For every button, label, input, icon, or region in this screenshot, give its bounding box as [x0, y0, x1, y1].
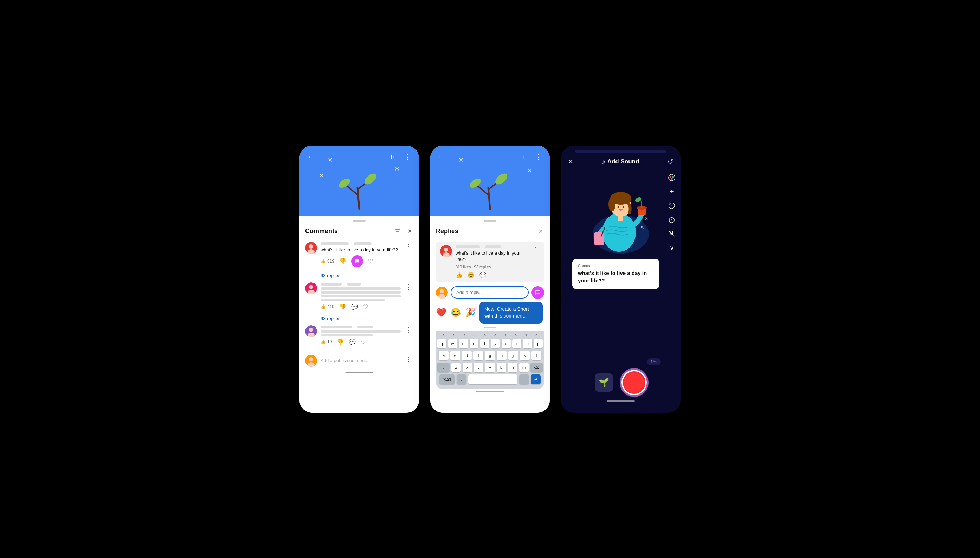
- close-replies-button[interactable]: ✕: [537, 226, 544, 236]
- filter-button[interactable]: [393, 226, 403, 236]
- sheet-handle: [353, 220, 365, 222]
- key-space[interactable]: [468, 374, 518, 384]
- camera-button-2[interactable]: ⊡: [520, 151, 528, 162]
- key-b[interactable]: b: [497, 363, 506, 373]
- status-bar-3: [575, 150, 667, 153]
- key-m[interactable]: m: [519, 363, 529, 373]
- key-n[interactable]: n: [508, 363, 518, 373]
- key-d[interactable]: d: [462, 351, 472, 360]
- key-comma[interactable]: ,: [457, 374, 467, 384]
- key-backspace[interactable]: ⌫: [531, 363, 543, 373]
- key-h[interactable]: h: [497, 351, 506, 360]
- add-sound-label: Add Sound: [607, 158, 639, 165]
- key-a[interactable]: a: [439, 351, 449, 360]
- key-enter[interactable]: ↵: [531, 374, 541, 384]
- record-button[interactable]: [621, 370, 647, 395]
- dislike-icon-1: 👎: [339, 258, 346, 264]
- key-y[interactable]: y: [491, 339, 500, 348]
- more-button[interactable]: ⋮: [403, 151, 413, 162]
- key-z[interactable]: z: [451, 363, 461, 373]
- svg-point-26: [444, 248, 448, 252]
- add-comment-more[interactable]: ⋮: [404, 356, 413, 363]
- key-shift[interactable]: ⇧: [437, 363, 449, 373]
- more-button-2[interactable]: ⋮: [534, 151, 543, 162]
- key-v[interactable]: v: [485, 363, 495, 373]
- thumbnail-button[interactable]: 🌱: [595, 373, 613, 392]
- add-comment-bar: Add a public comment... ⋮: [305, 351, 413, 368]
- emoji-heart[interactable]: ❤️: [436, 308, 446, 317]
- key-sym[interactable]: ?123: [439, 374, 455, 384]
- orig-emoji-icon: 😊: [467, 272, 475, 279]
- home-indicator-3: [607, 400, 635, 402]
- avatar-3: [305, 325, 317, 337]
- key-o[interactable]: o: [523, 339, 532, 348]
- key-f[interactable]: f: [474, 351, 483, 360]
- key-w[interactable]: w: [448, 339, 457, 348]
- key-k[interactable]: k: [520, 351, 530, 360]
- svg-line-0: [357, 188, 359, 209]
- heart-icon-3: ♡: [361, 339, 365, 345]
- key-t[interactable]: t: [480, 339, 489, 348]
- replies-link-1[interactable]: 93 replies: [321, 273, 413, 278]
- keyboard-row-1: q w e r t y u i o p: [437, 339, 543, 348]
- svg-line-1: [347, 186, 357, 195]
- emoji-laugh[interactable]: 😂: [451, 308, 461, 317]
- record-area: 🌱: [595, 370, 647, 395]
- username-bar-2: [321, 283, 342, 286]
- comment-actions-3: 👍 19 👎 💬 ♡: [321, 339, 401, 345]
- original-comment-content: · what's it like to live a day in your l…: [456, 245, 527, 279]
- replies-sheet: Replies ✕ · what's it like to live a day…: [430, 216, 550, 413]
- like-group-3: 👍 19: [321, 339, 332, 344]
- reply-bubble-1[interactable]: [351, 255, 363, 267]
- replies-link-2[interactable]: 93 replies: [321, 316, 413, 321]
- key-x[interactable]: x: [462, 363, 472, 373]
- orig-username-bar: [456, 245, 480, 248]
- key-e[interactable]: e: [459, 339, 468, 348]
- heart-icon-1: ♡: [368, 258, 373, 264]
- key-s[interactable]: s: [450, 351, 460, 360]
- like-icon-3: 👍: [321, 339, 326, 344]
- comment-more-2[interactable]: ⋮: [404, 283, 413, 291]
- like-icon-2: 👍: [321, 304, 326, 309]
- key-c[interactable]: c: [474, 363, 483, 373]
- refresh-button[interactable]: ↺: [666, 156, 675, 167]
- svg-rect-56: [594, 232, 604, 245]
- key-l[interactable]: l: [531, 351, 541, 360]
- key-i[interactable]: i: [513, 339, 522, 348]
- comment-item-1: · what's it like to live a day in your l…: [305, 242, 413, 270]
- reply-input[interactable]: [451, 286, 529, 299]
- keyboard-row-4: ?123 , . ↵: [437, 374, 543, 384]
- sparkle-p2-2: ✕: [527, 167, 532, 174]
- like-count-3: 19: [327, 339, 332, 344]
- comment-more-3[interactable]: ⋮: [404, 326, 413, 334]
- key-g[interactable]: g: [485, 351, 495, 360]
- camera-button[interactable]: ⊡: [389, 151, 397, 162]
- reply-submit-button[interactable]: [531, 286, 544, 299]
- key-r[interactable]: r: [470, 339, 479, 348]
- key-j[interactable]: j: [508, 351, 518, 360]
- add-comment-input[interactable]: Add a public comment...: [321, 358, 401, 363]
- emoji-party[interactable]: 🎉: [465, 308, 476, 317]
- comment-item-2: · 👍 410 👎 💬 ♡: [305, 282, 413, 313]
- key-p[interactable]: p: [534, 339, 543, 348]
- svg-rect-51: [618, 216, 623, 221]
- comment-more-1[interactable]: ⋮: [404, 243, 413, 250]
- comment-meta-1: ·: [321, 242, 401, 246]
- woman-illustration: ✕ ✕: [586, 178, 656, 255]
- back-button-2[interactable]: ←: [437, 151, 446, 162]
- key-q[interactable]: q: [437, 339, 446, 348]
- close-button[interactable]: ✕: [406, 226, 413, 236]
- original-stats: 819 likes · 93 replies: [456, 265, 527, 269]
- dislike-icon-3: 👎: [337, 339, 344, 345]
- back-button[interactable]: ←: [306, 151, 316, 162]
- key-u[interactable]: u: [501, 339, 511, 348]
- phone2-header: ← ⊡ ⋮ ✕ ✕: [430, 146, 550, 216]
- comments-title-row: Comments ✕: [305, 226, 413, 236]
- sparkle-1: ✕: [328, 156, 333, 164]
- original-more[interactable]: ⋮: [531, 246, 540, 253]
- sheet-handle-2: [483, 220, 497, 222]
- key-period[interactable]: .: [519, 374, 529, 384]
- comments-title: Comments: [305, 228, 338, 235]
- close-editor-button[interactable]: ✕: [567, 156, 575, 167]
- svg-point-47: [608, 197, 616, 211]
